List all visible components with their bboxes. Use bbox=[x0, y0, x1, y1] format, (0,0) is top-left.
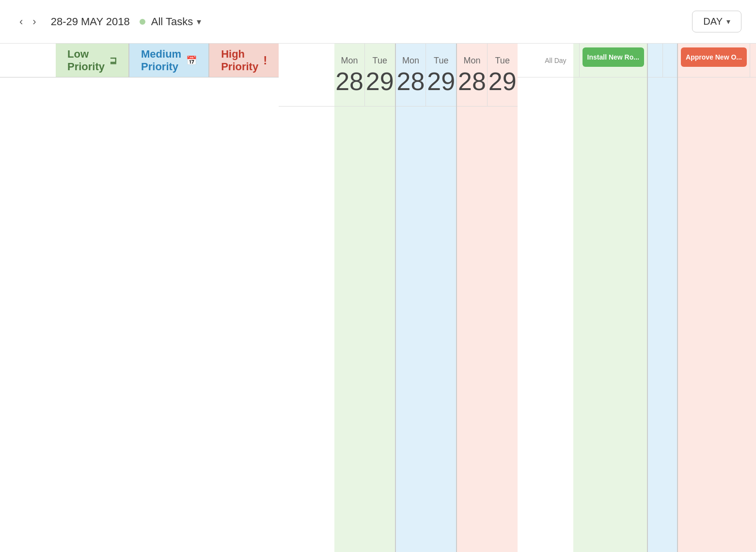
tasks-dropdown[interactable]: All Tasks ▾ bbox=[151, 15, 201, 28]
day-view-caret: ▾ bbox=[726, 17, 730, 26]
high-priority-header: High Priority ! bbox=[209, 44, 279, 77]
high-mon-allday[interactable]: Approve New O... bbox=[678, 44, 750, 77]
low-mon-header: Mon 28 bbox=[334, 44, 365, 107]
med-mon-allday bbox=[648, 44, 663, 77]
med-tue-allday bbox=[663, 44, 677, 77]
low-tue-number: 29 bbox=[366, 69, 394, 94]
med-mon-name: Mon bbox=[402, 56, 419, 66]
medium-priority-icon: 📅 bbox=[186, 55, 197, 66]
med-tue-number: 29 bbox=[427, 69, 455, 94]
low-mon-number: 28 bbox=[335, 69, 363, 94]
low-tue-header: Tue 29 bbox=[365, 44, 395, 107]
prev-button[interactable]: ‹ bbox=[15, 13, 28, 31]
status-dot bbox=[140, 19, 145, 25]
allday-label: All Day bbox=[518, 44, 573, 77]
high-priority-label: High Priority bbox=[221, 48, 258, 73]
low-priority-header: Low Priority ⊒ bbox=[56, 44, 129, 77]
low-mon-allday bbox=[573, 44, 580, 77]
install-allday-event[interactable]: Install New Ro... bbox=[583, 47, 644, 67]
medium-priority-header: Medium Priority 📅 bbox=[129, 44, 209, 77]
approve-allday-event[interactable]: Approve New O... bbox=[681, 47, 747, 67]
tasks-caret: ▾ bbox=[197, 16, 201, 27]
high-tue-name: Tue bbox=[495, 56, 510, 66]
med-mon-number: 28 bbox=[397, 69, 425, 94]
high-tue-number: 29 bbox=[488, 69, 517, 94]
high-mon-name: Mon bbox=[463, 56, 480, 66]
med-tue-name: Tue bbox=[434, 56, 448, 66]
high-mon-number: 28 bbox=[458, 69, 486, 94]
medium-priority-label: Medium Priority bbox=[141, 48, 181, 73]
low-priority-icon: ⊒ bbox=[110, 55, 117, 66]
next-button[interactable]: › bbox=[28, 13, 41, 31]
high-priority-icon: ! bbox=[263, 54, 267, 67]
low-tue-name: Tue bbox=[373, 56, 387, 66]
low-priority-label: Low Priority bbox=[67, 48, 105, 73]
tasks-label: All Tasks bbox=[151, 15, 193, 28]
calendar: Low Priority ⊒ Medium Priority 📅 High Pr… bbox=[0, 44, 756, 552]
header: ‹ › 28-29 MAY 2018 All Tasks ▾ DAY ▾ bbox=[0, 0, 756, 44]
day-view-label: DAY bbox=[703, 16, 723, 27]
date-range: 28-29 MAY 2018 bbox=[51, 15, 130, 28]
low-tue-allday[interactable]: Install New Ro... bbox=[580, 44, 647, 77]
high-tue-allday bbox=[750, 44, 756, 77]
med-tue-header: Tue 29 bbox=[426, 44, 456, 107]
day-view-button[interactable]: DAY ▾ bbox=[692, 11, 741, 32]
low-mon-name: Mon bbox=[341, 56, 358, 66]
high-mon-header: Mon 28 bbox=[457, 44, 488, 107]
med-mon-header: Mon 28 bbox=[396, 44, 426, 107]
high-tue-header: Tue 29 bbox=[488, 44, 518, 107]
